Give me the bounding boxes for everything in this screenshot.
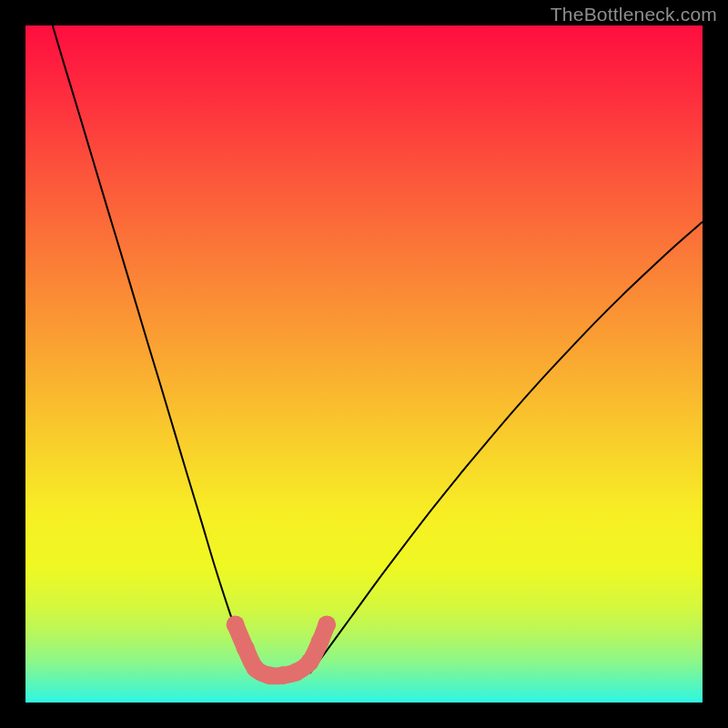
watermark-text: TheBottleneck.com (551, 4, 717, 25)
svg-point-7 (300, 652, 318, 671)
plot-area (25, 25, 703, 703)
svg-point-9 (318, 615, 336, 633)
valley-floor-markers (227, 615, 336, 684)
svg-point-8 (311, 632, 329, 651)
chart-frame: TheBottleneck.com (0, 0, 728, 728)
plot-curves (25, 25, 703, 703)
curve-right-arm (309, 222, 703, 673)
svg-point-2 (237, 639, 255, 657)
svg-point-1 (227, 615, 245, 633)
curve-left-arm (53, 25, 252, 673)
